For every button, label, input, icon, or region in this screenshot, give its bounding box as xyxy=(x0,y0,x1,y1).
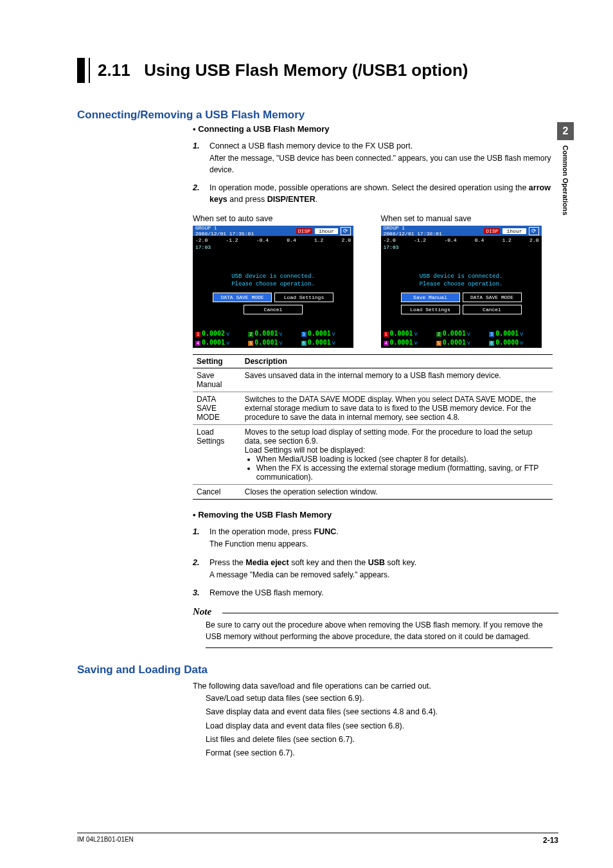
remove-step-3: 3. Remove the USB flash memory. xyxy=(193,587,558,599)
disp-icon: DISP xyxy=(296,228,312,234)
screenshot-left-label: When set to auto save xyxy=(193,214,371,223)
remove-step-1: 1. In the operation mode, press FUNC. Th… xyxy=(193,526,558,550)
btn-data-save-mode[interactable]: DATA SAVE MODE xyxy=(463,293,522,302)
btn-data-save-mode[interactable]: DATA SAVE MODE xyxy=(213,293,272,302)
note-body: Be sure to carry out the procedure above… xyxy=(206,620,553,648)
screenshot-manual-save: GROUP 12008/12/01 17:38:01 DISP 1hour ⟳ … xyxy=(381,226,542,348)
page-footer: IM 04L21B01-01EN 2-13 xyxy=(77,833,558,845)
doc-id: IM 04L21B01-01EN xyxy=(77,836,134,845)
table-row: DATA SAVE MODESwitches to the DATA SAVE … xyxy=(193,392,553,425)
btn-load-settings[interactable]: Load Settings xyxy=(274,293,333,302)
table-row: Save ManualSaves unsaved data in the int… xyxy=(193,368,553,392)
connect-step-2: 2. In operation mode, possible operation… xyxy=(193,182,558,205)
btn-save-manual[interactable]: Save Manual xyxy=(401,293,460,302)
note-heading: Note xyxy=(193,606,558,617)
page-number: 2-13 xyxy=(543,836,558,845)
subheading-removing: • Removing the USB Flash Memory xyxy=(193,510,558,520)
settings-table: SettingDescription Save ManualSaves unsa… xyxy=(193,354,553,500)
subheading-connecting: • Connecting a USB Flash Memory xyxy=(193,124,558,134)
screenshot-auto-save: GROUP 12008/12/01 17:35:01 DISP 1hour ⟳ … xyxy=(193,226,353,348)
section-number: 2.11 xyxy=(98,60,130,80)
operations-list: Save/Load setup data files (see section … xyxy=(206,692,558,760)
btn-cancel[interactable]: Cancel xyxy=(244,305,303,314)
disp-icon: DISP xyxy=(484,228,500,234)
btn-cancel[interactable]: Cancel xyxy=(463,305,522,314)
btn-load-settings[interactable]: Load Settings xyxy=(401,305,460,314)
refresh-icon: ⟳ xyxy=(529,227,539,235)
table-row: Load Settings Moves to the setup load di… xyxy=(193,425,553,485)
connect-step-1: 1. Connect a USB flash memory device to … xyxy=(193,140,558,176)
screenshot-right-label: When set to manual save xyxy=(381,214,559,223)
table-row: CancelCloses the operation selection win… xyxy=(193,485,553,500)
heading-saving-loading: Saving and Loading Data xyxy=(77,664,558,676)
refresh-icon: ⟳ xyxy=(341,227,351,235)
section-title-bar: 2.11 Using USB Flash Memory (/USB1 optio… xyxy=(77,58,558,83)
section-title: Using USB Flash Memory (/USB1 option) xyxy=(144,60,468,80)
heading-connecting-removing: Connecting/Removing a USB Flash Memory xyxy=(77,109,558,122)
remove-step-2: 2. Press the Media eject soft key and th… xyxy=(193,557,558,581)
saving-loading-intro: The following data save/load and file op… xyxy=(193,680,558,692)
